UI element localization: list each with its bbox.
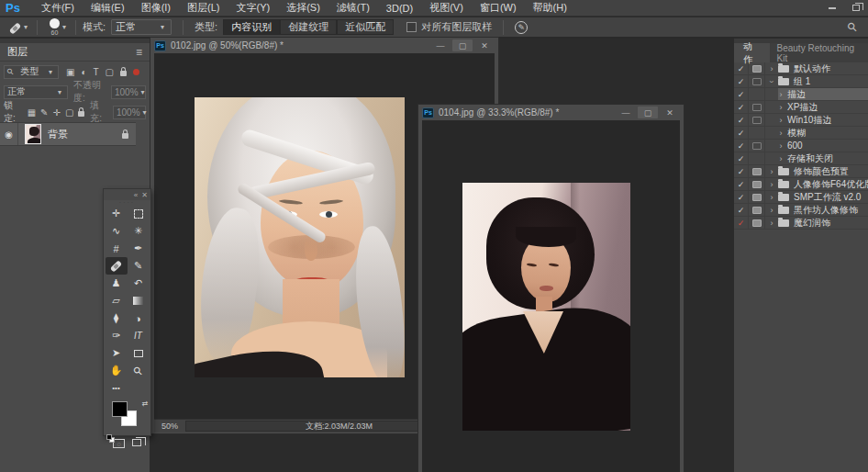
expand-arrow-icon[interactable]: › <box>765 64 778 73</box>
expand-arrow-icon[interactable]: › <box>774 141 787 151</box>
panel-menu-icon[interactable]: ≡ <box>136 46 142 59</box>
tool-preset-chevron-icon[interactable]: ▾ <box>24 23 28 31</box>
action-check-red-icon[interactable]: ✓ <box>734 217 749 229</box>
filter-adjustment-icon[interactable]: ◐ <box>81 67 86 77</box>
opacity-dropdown[interactable]: 100% ▾ <box>111 85 146 99</box>
menu-file[interactable]: 文件(F) <box>33 1 83 15</box>
menu-filter[interactable]: 滤镜(T) <box>328 1 378 15</box>
action-set-default[interactable]: ✓ › 默认动作 <box>734 62 868 75</box>
action-label[interactable]: 组 1 <box>794 75 810 88</box>
action-label[interactable]: 人像修饰F64优化版 <box>794 178 868 191</box>
action-label[interactable]: 黑作坊人像修饰 <box>794 204 858 217</box>
foreground-color-swatch[interactable] <box>112 401 128 417</box>
action-check-icon[interactable]: ✓ <box>734 127 749 139</box>
menu-window[interactable]: 窗口(W) <box>472 1 525 15</box>
action-label[interactable]: SMP工作流 v2.0 <box>794 191 861 204</box>
lock-position-icon[interactable]: ✛ <box>53 107 61 118</box>
action-label[interactable]: XP描边 <box>787 101 818 114</box>
expand-arrow-icon[interactable]: › <box>774 154 787 163</box>
sample-all-layers-checkbox[interactable] <box>406 22 417 32</box>
menu-3d[interactable]: 3D(D) <box>378 3 421 14</box>
filter-toggle-icon[interactable] <box>133 69 139 75</box>
restore-app-button[interactable] <box>844 0 868 16</box>
doc2-titlebar[interactable]: Ps 0104.jpg @ 33.3%(RGB/8#) * — ▢ ✕ <box>418 105 684 120</box>
quick-mask-button[interactable]: ◌ <box>113 439 125 448</box>
create-texture-button[interactable]: 创建纹理 <box>280 19 337 35</box>
crop-tool[interactable]: # <box>106 240 128 257</box>
action-blur[interactable]: ✓ › 模糊 <box>734 127 868 140</box>
spot-healing-brush-tool[interactable] <box>106 257 128 275</box>
swap-colors-icon[interactable]: ⇄ <box>142 399 149 408</box>
action-check-icon[interactable]: ✓ <box>734 62 749 74</box>
menu-image[interactable]: 图像(I) <box>133 1 179 15</box>
action-label[interactable]: 魔幻润饰 <box>794 217 830 230</box>
quick-selection-tool[interactable]: ✳ <box>128 222 150 240</box>
action-check-icon[interactable]: ✓ <box>734 165 749 177</box>
lock-all-icon[interactable] <box>78 111 84 117</box>
brush-tool[interactable]: ✎ <box>128 257 150 275</box>
action-check-icon[interactable]: ✓ <box>734 204 749 216</box>
eyedropper-tool[interactable]: ✒ <box>128 240 150 257</box>
action-set-portrait-f64[interactable]: ✓ › 人像修饰F64优化版 <box>734 178 868 191</box>
doc2-maximize-button[interactable]: ▢ <box>638 107 658 118</box>
lock-artboard-icon[interactable]: ▢ <box>65 107 73 118</box>
action-check-icon[interactable]: ✓ <box>734 88 749 100</box>
menu-view[interactable]: 视图(V) <box>421 1 472 15</box>
doc1-close-button[interactable]: ✕ <box>474 39 495 51</box>
spot-healing-tool-icon[interactable] <box>9 22 21 33</box>
edit-toolbar-button[interactable]: ••• <box>106 379 128 397</box>
filter-smart-object-icon[interactable] <box>120 71 127 76</box>
lock-pixels-icon[interactable]: ✎ <box>40 107 48 118</box>
expand-arrow-icon[interactable]: › <box>765 193 778 202</box>
action-check-icon[interactable]: ✓ <box>734 140 749 152</box>
doc1-maximize-button[interactable]: ▢ <box>452 39 473 51</box>
image-0102-portrait[interactable] <box>195 97 405 377</box>
tab-beauty-retouching-kit[interactable]: Beauty Retouching Kit <box>770 43 868 62</box>
lasso-tool[interactable]: ∿ <box>106 222 128 240</box>
layer-filter-dropdown[interactable]: ⚲ 类型 ▾ <box>4 65 59 79</box>
action-check-icon[interactable]: ✓ <box>734 178 749 190</box>
menu-select[interactable]: 选择(S) <box>278 1 328 15</box>
toolbox-close-icon[interactable]: ✕ <box>141 191 148 199</box>
action-label[interactable]: 描边 <box>787 88 806 101</box>
minimize-app-button[interactable] <box>820 0 844 16</box>
rectangle-tool[interactable] <box>128 344 150 362</box>
path-selection-tool[interactable]: ➤ <box>106 344 128 362</box>
expand-arrow-icon[interactable]: › <box>774 90 787 99</box>
expand-arrow-icon[interactable]: › <box>765 167 778 176</box>
layers-panel-title[interactable]: 图层 <box>7 45 28 59</box>
action-label[interactable]: 默认动作 <box>794 62 830 75</box>
screen-mode-button[interactable] <box>132 439 141 446</box>
expand-arrow-icon[interactable]: › <box>774 103 787 112</box>
toolbox-collapse-icon[interactable]: « <box>134 191 138 199</box>
dodge-tool[interactable]: ◑ <box>128 309 150 327</box>
type-tool[interactable]: IT <box>128 327 150 344</box>
lock-transparency-icon[interactable]: ▦ <box>28 107 36 118</box>
action-label[interactable]: 600 <box>787 140 803 151</box>
expand-arrow-icon[interactable]: › <box>765 219 778 228</box>
image-0104-portrait[interactable] <box>462 183 630 431</box>
search-icon[interactable]: ⚲ <box>845 19 861 35</box>
action-600[interactable]: ✓ › 600 <box>734 140 868 152</box>
action-set-heizuofang-portrait[interactable]: ✓ › 黑作坊人像修饰 <box>734 204 868 217</box>
action-win10-stroke[interactable]: ✓ › Win10描边 <box>734 114 868 127</box>
expand-arrow-icon[interactable]: › <box>765 180 778 189</box>
filter-shape-icon[interactable]: ▢ <box>106 67 114 77</box>
marquee-tool[interactable] <box>128 205 150 222</box>
action-check-icon[interactable]: ✓ <box>734 152 749 164</box>
action-label[interactable]: Win10描边 <box>787 114 831 127</box>
brush-preset-picker[interactable]: 60 <box>50 18 60 36</box>
collapse-arrow-icon[interactable]: › <box>767 75 776 88</box>
eraser-tool[interactable]: ▱ <box>106 292 128 309</box>
action-set-group1[interactable]: ✓ › 组 1 <box>734 75 868 88</box>
zoom-tool[interactable]: ⚲ <box>128 362 150 379</box>
proximity-match-button[interactable]: 近似匹配 <box>337 19 394 35</box>
action-set-magic-retouch[interactable]: ✓ › 魔幻润饰 <box>734 217 868 230</box>
doc2-close-button[interactable]: ✕ <box>660 107 680 118</box>
action-label[interactable]: 模糊 <box>787 127 806 140</box>
blur-tool[interactable]: ⧫ <box>106 309 128 327</box>
layer-row-background[interactable]: ◉ 背景 <box>0 122 136 146</box>
doc1-titlebar[interactable]: Ps 0102.jpg @ 50%(RGB/8#) * — ▢ ✕ <box>150 38 498 53</box>
action-label[interactable]: 存储和关闭 <box>787 152 833 165</box>
history-brush-tool[interactable]: ↶ <box>128 275 150 292</box>
